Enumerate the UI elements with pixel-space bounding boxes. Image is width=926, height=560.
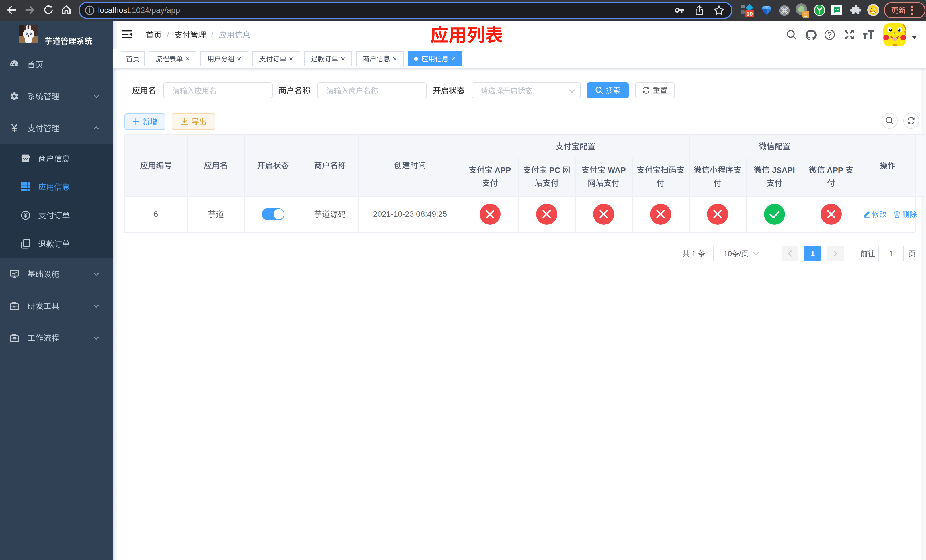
svg-text:10: 10 xyxy=(746,11,753,17)
svg-text:1: 1 xyxy=(804,11,808,18)
